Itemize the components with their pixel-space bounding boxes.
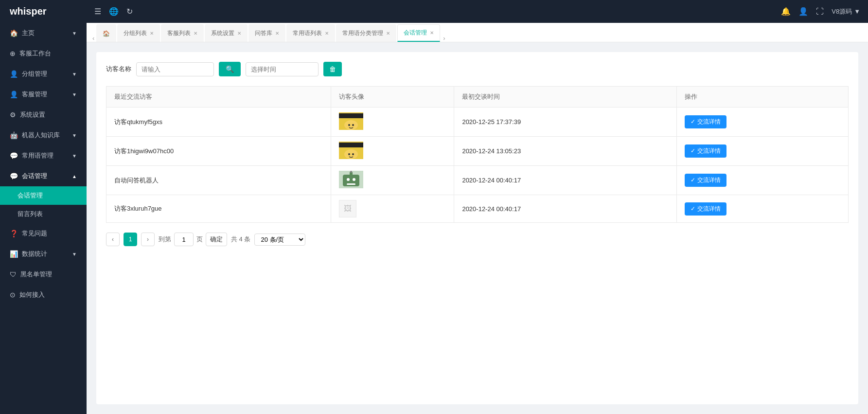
page-confirm-button[interactable]: 确定 bbox=[206, 233, 227, 246]
sidebar-item-session-mgmt[interactable]: 💬 会话管理 ▲ bbox=[0, 166, 87, 186]
sidebar-item-agent-workbench[interactable]: ⊕ 客服工作台 bbox=[0, 43, 87, 64]
sidebar-item-label: 黑名单管理 bbox=[20, 270, 52, 279]
sidebar-item-data-stats[interactable]: 📊 数据统计 ▼ bbox=[0, 244, 87, 264]
table-row: 自动问答机器人 2020-12-24 00:40:17✓ 交流详情 bbox=[106, 166, 849, 195]
tab-phrase-category[interactable]: 常用语分类管理 ✕ bbox=[336, 24, 396, 42]
clear-button[interactable]: 🗑 bbox=[323, 62, 342, 76]
refresh-icon[interactable]: ↻ bbox=[126, 7, 133, 16]
home-icon: 🏠 bbox=[10, 29, 18, 37]
tab-close-icon[interactable]: ✕ bbox=[275, 31, 279, 36]
table-row: 访客3xluruh7gue🖼2020-12-24 00:40:17✓ 交流详情 bbox=[106, 195, 849, 223]
tab-common-phrases[interactable]: 常用语列表 ✕ bbox=[286, 24, 335, 42]
sidebar-item-robot-knowledge[interactable]: 🤖 机器人知识库 ▼ bbox=[0, 125, 87, 145]
visitor-search-input[interactable] bbox=[136, 62, 214, 76]
menu-icon[interactable]: ☰ bbox=[94, 7, 101, 16]
sidebar-item-group-mgmt[interactable]: 👤 分组管理 ▼ bbox=[0, 64, 87, 84]
tab-close-icon[interactable]: ✕ bbox=[386, 31, 390, 36]
tab-close-icon[interactable]: ✕ bbox=[430, 30, 434, 36]
sidebar: whisper 🏠 主页 ▼ ⊕ 客服工作台 👤 分组管理 ▼ 👤 客服管理 ▼… bbox=[0, 0, 87, 414]
sidebar-item-agent-mgmt[interactable]: 👤 客服管理 ▼ bbox=[0, 84, 87, 105]
data-table: 最近交流访客 访客头像 最初交谈时间 操作 访客qtukmyf5gxs 2020… bbox=[106, 86, 849, 223]
tab-session-mgmt[interactable]: 会话管理 ✕ bbox=[397, 24, 440, 42]
pagination-prev[interactable]: ‹ bbox=[106, 233, 120, 246]
col-header-visitor: 最近交流访客 bbox=[106, 87, 331, 108]
tab-faq[interactable]: 问答库 ✕ bbox=[248, 24, 285, 42]
tabs-nav-next[interactable]: › bbox=[441, 35, 447, 42]
tab-label: 问答库 bbox=[255, 29, 272, 37]
sidebar-item-blacklist[interactable]: 🛡 黑名单管理 bbox=[0, 264, 87, 285]
chevron-down-icon: ▼ bbox=[72, 92, 77, 97]
tab-close-icon[interactable]: ✕ bbox=[194, 31, 197, 36]
user-menu[interactable]: V8源码 ▼ bbox=[832, 7, 860, 16]
svg-point-16 bbox=[350, 171, 352, 173]
faq-icon: ❓ bbox=[10, 230, 18, 237]
search-button[interactable]: 🔍 bbox=[219, 62, 241, 76]
conversation-time-cell: 2020-12-25 17:37:39 bbox=[454, 108, 677, 137]
chevron-down-icon: ▼ bbox=[72, 153, 77, 159]
action-cell: ✓ 交流详情 bbox=[677, 137, 849, 166]
pagination: ‹ 1 › 到第 页 确定 共 4 条 20 条/页 50 条/页 100 条/… bbox=[106, 233, 849, 246]
sidebar-item-how-to-join[interactable]: ⊙ 如何接入 bbox=[0, 285, 87, 305]
content-panel: 访客名称 🔍 🗑 最近交流访客 访客头像 最初交谈时间 操作 bbox=[96, 52, 858, 404]
tab-close-icon[interactable]: ✕ bbox=[237, 31, 241, 36]
view-details-button[interactable]: ✓ 交流详情 bbox=[685, 202, 726, 216]
view-details-button[interactable]: ✓ 交流详情 bbox=[685, 144, 726, 158]
view-details-button[interactable]: ✓ 交流详情 bbox=[685, 174, 726, 187]
tab-close-icon[interactable]: ✕ bbox=[150, 31, 154, 36]
svg-rect-1 bbox=[339, 113, 363, 118]
action-cell: ✓ 交流详情 bbox=[677, 166, 849, 195]
agent-icon: 👤 bbox=[10, 90, 18, 98]
visitor-avatar-cell: 🖼 bbox=[331, 195, 454, 223]
conversation-time-cell: 2020-12-24 00:40:17 bbox=[454, 166, 677, 195]
page-number-input[interactable] bbox=[174, 233, 194, 246]
per-page-select[interactable]: 20 条/页 50 条/页 100 条/页 bbox=[254, 234, 305, 246]
search-icon: 🔍 bbox=[226, 65, 234, 73]
sidebar-item-label: 系统设置 bbox=[20, 110, 45, 119]
svg-rect-14 bbox=[347, 183, 355, 185]
sidebar-item-home[interactable]: 🏠 主页 ▼ bbox=[0, 23, 87, 43]
visitor-name-cell: 访客qtukmyf5gxs bbox=[106, 108, 331, 137]
sidebar-subitem-session-mgmt[interactable]: 会话管理 bbox=[0, 186, 87, 205]
sidebar-item-common-phrase-mgmt[interactable]: 💬 常用语管理 ▼ bbox=[0, 145, 87, 166]
sidebar-item-label: 常用语管理 bbox=[22, 151, 53, 160]
fullscreen-icon[interactable]: ⛶ bbox=[816, 7, 824, 16]
sidebar-item-label: 常见问题 bbox=[22, 229, 47, 238]
sidebar-item-label: 主页 bbox=[22, 29, 35, 37]
pagination-page-1[interactable]: 1 bbox=[124, 233, 137, 246]
goto-label: 到第 bbox=[159, 235, 171, 244]
chevron-down-icon: ▼ bbox=[72, 252, 77, 257]
avatar-circle-icon[interactable]: 👤 bbox=[798, 7, 808, 16]
svg-rect-6 bbox=[339, 143, 363, 147]
bell-icon[interactable]: 🔔 bbox=[781, 7, 791, 16]
sidebar-item-label: 客服管理 bbox=[22, 90, 47, 99]
tab-agent-list[interactable]: 客服列表 ✕ bbox=[161, 24, 204, 42]
sidebar-subitem-message-list[interactable]: 留言列表 bbox=[0, 205, 87, 223]
sidebar-item-faq[interactable]: ❓ 常见问题 bbox=[0, 223, 87, 244]
filter-bar: 访客名称 🔍 🗑 bbox=[106, 62, 849, 76]
sidebar-item-label: 如何接入 bbox=[19, 290, 45, 299]
sidebar-item-system-settings[interactable]: ⚙ 系统设置 bbox=[0, 105, 87, 125]
tab-subgroup-list[interactable]: 分组列表 ✕ bbox=[117, 24, 160, 42]
visitor-label: 访客名称 bbox=[106, 65, 131, 73]
session-icon: 💬 bbox=[10, 172, 18, 180]
username-label: V8源码 bbox=[832, 7, 852, 16]
robot-icon: 🤖 bbox=[10, 131, 18, 139]
globe-icon[interactable]: 🌐 bbox=[109, 7, 119, 16]
tabs-nav-prev[interactable]: ‹ bbox=[90, 35, 96, 42]
tab-system-settings[interactable]: 系统设置 ✕ bbox=[205, 24, 248, 42]
visitor-avatar-cell bbox=[331, 108, 454, 137]
svg-point-4 bbox=[352, 124, 354, 126]
date-picker-input[interactable] bbox=[246, 62, 319, 76]
sidebar-subitem-label: 留言列表 bbox=[18, 210, 43, 218]
sidebar-item-label: 机器人知识库 bbox=[22, 131, 60, 140]
action-cell: ✓ 交流详情 bbox=[677, 195, 849, 223]
sidebar-item-label: 客服工作台 bbox=[19, 49, 51, 58]
tab-close-icon[interactable]: ✕ bbox=[325, 31, 329, 36]
group-icon: 👤 bbox=[10, 70, 18, 78]
pagination-next[interactable]: › bbox=[141, 233, 155, 246]
avatar-image bbox=[339, 112, 363, 130]
workbench-icon: ⊕ bbox=[10, 50, 16, 57]
view-details-button[interactable]: ✓ 交流详情 bbox=[685, 115, 726, 128]
svg-point-12 bbox=[347, 178, 350, 181]
tab-home[interactable]: 🏠 bbox=[96, 24, 116, 42]
